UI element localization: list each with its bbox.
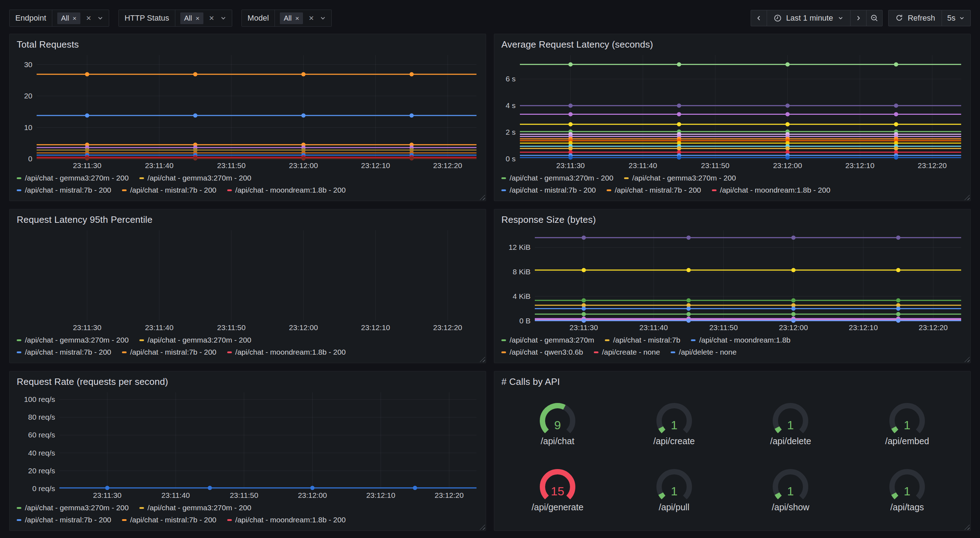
legend-series-color xyxy=(227,519,232,521)
time-back-button[interactable] xyxy=(751,10,767,26)
zoom-out-button[interactable] xyxy=(866,10,883,26)
legend-item[interactable]: /api/chat - moondream:1.8b xyxy=(691,336,791,344)
panel-title[interactable]: Request Rate (requests per second) xyxy=(10,371,486,389)
svg-text:4 KiB: 4 KiB xyxy=(513,292,531,300)
filter-chip[interactable]: All × xyxy=(180,13,204,24)
legend-series-color xyxy=(122,189,127,191)
refresh-group: Refresh 5s xyxy=(888,10,971,26)
legend-item[interactable]: /api/chat - mistral:7b - 200 xyxy=(501,186,596,194)
filter-chip-text: All xyxy=(284,14,291,22)
legend-label: /api/chat - moondream:1.8b - 200 xyxy=(235,348,346,356)
filter-value-box[interactable]: All × × xyxy=(52,10,109,26)
svg-text:40 req/s: 40 req/s xyxy=(28,449,55,457)
legend: /api/chat - gemma3:270m - 200/api/chat -… xyxy=(10,501,486,530)
legend-item[interactable]: /api/delete - none xyxy=(671,348,737,356)
legend-series-color xyxy=(227,189,232,191)
panel-title[interactable]: Request Latency 95th Percentile xyxy=(10,209,486,227)
legend-label: /api/chat - moondream:1.8b - 200 xyxy=(720,186,830,194)
svg-text:4 s: 4 s xyxy=(506,101,515,110)
gauge-/api/pull: 1/api/pull xyxy=(616,457,732,524)
legend-label: /api/chat - mistral:7b - 200 xyxy=(130,516,216,524)
legend-item[interactable]: /api/chat - moondream:1.8b - 200 xyxy=(227,348,346,356)
legend-series-color xyxy=(17,507,21,509)
legend-label: /api/chat - mistral:7b - 200 xyxy=(130,348,216,356)
legend-label: /api/chat - gemma3:270m - 200 xyxy=(148,503,251,512)
filter-clear-icon[interactable]: × xyxy=(209,14,214,22)
legend-item[interactable]: /api/chat - mistral:7b xyxy=(605,336,680,344)
time-range-button[interactable]: Last 1 minute xyxy=(767,10,851,26)
refresh-label: Refresh xyxy=(908,14,935,23)
legend-item[interactable]: /api/chat - mistral:7b - 200 xyxy=(122,348,216,356)
legend-item[interactable]: /api/chat - mistral:7b - 200 xyxy=(122,186,216,194)
gauge-label: /api/create xyxy=(653,436,695,446)
legend-item[interactable]: /api/chat - moondream:1.8b - 200 xyxy=(227,516,346,524)
legend-series-color xyxy=(17,340,21,341)
legend-item[interactable]: /api/chat - mistral:7b - 200 xyxy=(17,186,111,194)
legend-item[interactable]: /api/chat - gemma3:270m - 200 xyxy=(17,336,129,344)
legend-item[interactable]: /api/chat - mistral:7b - 200 xyxy=(122,516,216,524)
legend-series-color xyxy=(712,189,716,191)
panel-title[interactable]: Total Requests xyxy=(10,34,486,52)
svg-text:0: 0 xyxy=(28,155,32,163)
legend-row: /api/chat - gemma3:270m/api/chat - mistr… xyxy=(501,336,963,344)
legend-item[interactable]: /api/chat - gemma3:270m - 200 xyxy=(624,174,736,182)
legend-label: /api/chat - gemma3:270m xyxy=(509,336,594,344)
filter-label: Model xyxy=(242,10,275,26)
legend-item[interactable]: /api/chat - mistral:7b - 200 xyxy=(607,186,701,194)
legend-label: /api/chat - moondream:1.8b - 200 xyxy=(235,186,346,194)
filter-chip-text: All xyxy=(184,14,192,22)
legend-series-color xyxy=(624,177,629,179)
chip-remove-icon[interactable]: × xyxy=(196,15,199,22)
legend-item[interactable]: /api/chat - moondream:1.8b - 200 xyxy=(712,186,830,194)
filter-chip[interactable]: All × xyxy=(57,13,80,24)
legend-item[interactable]: /api/chat - gemma3:270m - 200 xyxy=(139,174,251,182)
legend-series-color xyxy=(501,340,506,341)
legend-series-color xyxy=(227,351,232,353)
panel-title[interactable]: Average Request Latency (seconds) xyxy=(494,34,970,52)
legend-item[interactable]: /api/chat - gemma3:270m xyxy=(501,336,594,344)
timeseries-plot: 23:11:3023:11:4023:11:5023:12:0023:12:10… xyxy=(13,227,482,333)
legend-item[interactable]: /api/chat - gemma3:270m - 200 xyxy=(17,174,129,182)
svg-text:1: 1 xyxy=(904,484,911,498)
svg-text:1: 1 xyxy=(787,418,794,432)
filter-value-box[interactable]: All × × xyxy=(175,10,232,26)
svg-text:23:11:40: 23:11:40 xyxy=(145,323,173,332)
legend-series-color xyxy=(501,177,506,179)
svg-text:23:11:30: 23:11:30 xyxy=(570,323,598,332)
refresh-button[interactable]: Refresh xyxy=(888,10,942,26)
chip-remove-icon[interactable]: × xyxy=(73,15,76,22)
filter-chip[interactable]: All × xyxy=(280,13,303,24)
legend-series-color xyxy=(17,351,21,353)
legend-label: /api/delete - none xyxy=(679,348,737,356)
legend-item[interactable]: /api/chat - gemma3:270m - 200 xyxy=(139,336,251,344)
chevron-down-icon[interactable] xyxy=(97,14,104,22)
filter-value-box[interactable]: All × × xyxy=(275,10,331,26)
legend-label: /api/chat - gemma3:270m - 200 xyxy=(25,174,129,182)
chevron-down-icon[interactable] xyxy=(319,14,326,22)
legend-series-color xyxy=(17,177,21,179)
panel-title[interactable]: Response Size (bytes) xyxy=(494,209,970,227)
svg-text:2 s: 2 s xyxy=(506,128,515,136)
legend-item[interactable]: /api/chat - mistral:7b - 200 xyxy=(17,516,111,524)
legend-item[interactable]: /api/chat - gemma3:270m - 200 xyxy=(501,174,613,182)
svg-text:15: 15 xyxy=(551,484,564,498)
legend-item[interactable]: /api/chat - gemma3:270m - 200 xyxy=(17,503,129,512)
refresh-interval-button[interactable]: 5s xyxy=(942,10,971,26)
timeseries-canvas: 23:11:3023:11:4023:11:5023:12:0023:12:10… xyxy=(13,52,482,171)
gauge-label: /api/tags xyxy=(890,502,924,513)
gauge-label: /api/generate xyxy=(531,502,584,513)
chip-remove-icon[interactable]: × xyxy=(295,15,299,22)
chevron-down-icon[interactable] xyxy=(220,14,227,22)
filter-clear-icon[interactable]: × xyxy=(309,14,313,22)
legend-item[interactable]: /api/chat - mistral:7b - 200 xyxy=(17,348,111,356)
time-forward-button[interactable] xyxy=(850,10,867,26)
legend-item[interactable]: /api/chat - moondream:1.8b - 200 xyxy=(227,186,346,194)
legend-item[interactable]: /api/chat - qwen3:0.6b xyxy=(501,348,583,356)
legend-item[interactable]: /api/create - none xyxy=(594,348,660,356)
svg-text:23:11:40: 23:11:40 xyxy=(640,323,668,332)
gauge-/api/delete: 1/api/delete xyxy=(732,391,849,457)
legend-item[interactable]: /api/chat - gemma3:270m - 200 xyxy=(139,503,251,512)
panel-title[interactable]: # Calls by API xyxy=(494,371,970,389)
filter-clear-icon[interactable]: × xyxy=(86,14,91,22)
svg-text:1: 1 xyxy=(904,418,911,432)
